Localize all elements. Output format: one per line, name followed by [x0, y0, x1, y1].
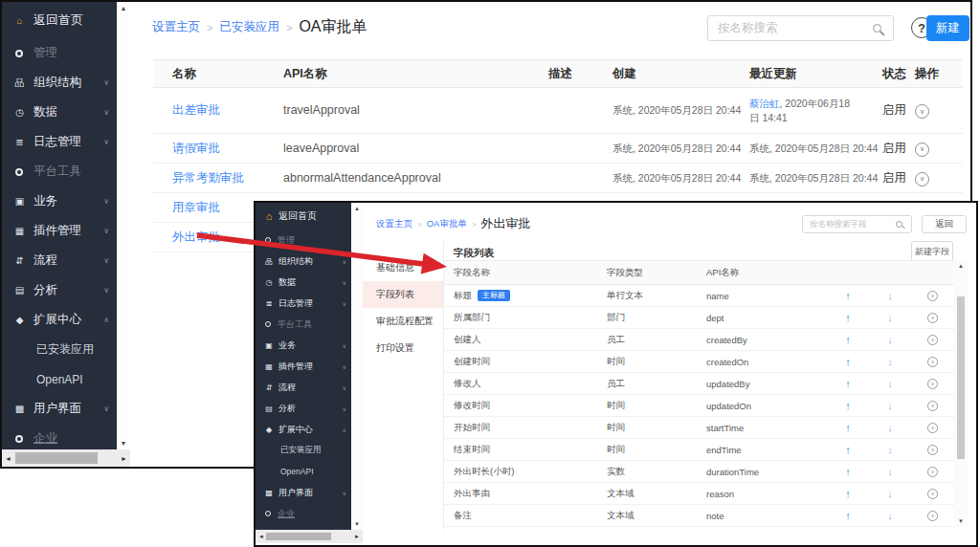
sidebar-item-org-structure[interactable]: 品组织结构∨ [256, 251, 351, 272]
row-actions-icon[interactable]: ∨ [927, 423, 938, 433]
move-down-icon[interactable]: ↓ [887, 510, 893, 521]
move-down-icon[interactable]: ↓ [887, 400, 893, 411]
approval-name-link[interactable]: 请假审批 [172, 142, 220, 155]
sidebar-item-business[interactable]: ▣业务∨ [256, 335, 351, 356]
scrollbar-thumb[interactable] [15, 452, 98, 464]
row-actions-icon[interactable]: ∨ [927, 291, 938, 301]
scrollbar-thumb[interactable] [957, 296, 965, 459]
row-actions-icon[interactable]: ∨ [927, 489, 938, 499]
grid-icon: ▦ [13, 226, 26, 236]
sidebar-item-process[interactable]: ⇵流程∨ [256, 377, 351, 398]
sidebar-item-log-management[interactable]: ≣日志管理∨ [2, 127, 117, 157]
sidebar-item-user-interface[interactable]: ▩用户界面∨ [2, 394, 117, 424]
updater-link[interactable]: 蔡治虹 [749, 98, 780, 109]
approval-name-link[interactable]: 出差审批 [172, 103, 220, 117]
scroll-up-icon[interactable]: ▲ [351, 206, 363, 211]
row-actions-icon[interactable]: ∨ [915, 142, 929, 157]
approval-name-link[interactable]: 外出审批 [172, 230, 220, 244]
sidebar-item-plugin-management[interactable]: ▦插件管理∨ [2, 216, 117, 246]
field-row: 创建人员工createdBy↑↓∨ [444, 329, 954, 351]
scroll-down-icon[interactable]: ▼ [954, 518, 968, 524]
sidebar-item-extension-center[interactable]: ◆扩展中心∧ [256, 419, 351, 440]
sidebar-item-home[interactable]: ⌂返回首页 [2, 2, 117, 38]
move-up-icon[interactable]: ↑ [845, 290, 851, 301]
detail-nav-item[interactable]: 字段列表 [363, 281, 443, 308]
detail-sidebar-vertical-scrollbar[interactable]: ▲ ▼ [351, 203, 363, 530]
breadcrumb-link[interactable]: OA审批单 [427, 218, 467, 230]
move-up-icon[interactable]: ↑ [845, 488, 851, 499]
approval-name-link[interactable]: 用章审批 [172, 201, 220, 214]
move-up-icon[interactable]: ↑ [845, 312, 851, 323]
row-actions-icon[interactable]: ∨ [927, 313, 938, 323]
sidebar-item-user-interface[interactable]: ▩用户界面∨ [256, 482, 351, 503]
move-up-icon[interactable]: ↑ [845, 356, 851, 367]
scroll-right-icon[interactable]: ► [354, 530, 360, 543]
breadcrumb-link[interactable]: 设置主页 [152, 19, 200, 35]
row-actions-icon[interactable]: ∨ [915, 104, 929, 119]
sidebar-item-business[interactable]: ▣业务∨ [2, 186, 117, 216]
detail-nav-item[interactable]: 打印设置 [363, 335, 443, 361]
move-up-icon[interactable]: ↑ [845, 378, 851, 389]
back-button[interactable]: 返回 [922, 215, 967, 233]
row-actions-icon[interactable]: ∨ [927, 357, 938, 367]
row-actions-icon[interactable]: ∨ [927, 511, 938, 521]
sidebar-item-analysis[interactable]: ▤分析∨ [2, 275, 117, 305]
new-button[interactable]: 新建 [926, 15, 969, 41]
new-field-button[interactable]: 新建字段 [911, 241, 953, 262]
scroll-down-icon[interactable]: ▼ [351, 521, 363, 527]
scroll-right-icon[interactable]: ► [121, 449, 127, 467]
sidebar-item-installed-apps[interactable]: 已安装应用 [256, 440, 351, 461]
sidebar-item-plugin-management[interactable]: ▦插件管理∨ [256, 356, 351, 377]
detail-sidebar-horizontal-scrollbar[interactable]: ◄ ► [256, 530, 363, 543]
search-input[interactable]: 按名称搜索 [707, 15, 894, 41]
move-down-icon[interactable]: ↓ [887, 312, 893, 323]
row-actions-icon[interactable]: ∨ [927, 445, 938, 455]
move-down-icon[interactable]: ↓ [887, 444, 893, 455]
move-down-icon[interactable]: ↓ [887, 334, 893, 345]
move-up-icon[interactable]: ↑ [845, 422, 851, 433]
approval-name-link[interactable]: 异常考勤审批 [172, 171, 244, 185]
row-actions-icon[interactable]: ∨ [927, 401, 938, 411]
sidebar-item-installed-apps[interactable]: 已安装应用 [2, 335, 117, 364]
detail-nav-item[interactable]: 基础信息 [363, 254, 443, 281]
scroll-left-icon[interactable]: ◄ [5, 449, 11, 467]
sidebar-item-openapi[interactable]: OpenAPI [2, 364, 117, 394]
move-down-icon[interactable]: ↓ [887, 422, 893, 433]
sidebar-item-log-management[interactable]: ≣日志管理∨ [256, 293, 351, 314]
scroll-up-icon[interactable]: ▲ [954, 263, 968, 269]
sidebar-item-home[interactable]: ⌂返回首页 [256, 203, 351, 230]
row-actions-icon[interactable]: ∨ [927, 335, 938, 345]
scroll-left-icon[interactable]: ◄ [258, 530, 264, 543]
move-down-icon[interactable]: ↓ [887, 488, 893, 499]
move-down-icon[interactable]: ↓ [887, 356, 893, 367]
sidebar-item-extension-center[interactable]: ◆扩展中心∧ [2, 305, 117, 335]
field-table-scrollbar[interactable]: ▲ ▼ [954, 260, 968, 527]
move-up-icon[interactable]: ↑ [845, 334, 851, 345]
sidebar-item-process[interactable]: ⇵流程∨ [2, 246, 117, 275]
move-up-icon[interactable]: ↑ [845, 400, 851, 411]
sidebar-item-data[interactable]: ◷数据∨ [256, 272, 351, 293]
row-actions-icon[interactable]: ∨ [915, 172, 929, 186]
sidebar-item-data[interactable]: ◷数据∨ [2, 98, 117, 127]
move-down-icon[interactable]: ↓ [887, 466, 893, 477]
main-sidebar-vertical-scrollbar[interactable]: ▲ ▼ [117, 2, 130, 449]
row-actions-icon[interactable]: ∨ [927, 467, 938, 477]
sidebar-item-openapi[interactable]: OpenAPI [256, 461, 351, 482]
sidebar-item-org-structure[interactable]: 品组织结构∨ [2, 68, 117, 98]
move-up-icon[interactable]: ↑ [845, 510, 851, 521]
move-up-icon[interactable]: ↑ [845, 466, 851, 477]
breadcrumb-link[interactable]: 已安装应用 [219, 19, 279, 35]
scroll-up-icon[interactable]: ▲ [117, 5, 130, 11]
scrollbar-thumb[interactable] [266, 533, 331, 540]
scroll-down-icon[interactable]: ▼ [117, 440, 130, 447]
breadcrumb-link[interactable]: 设置主页 [376, 218, 412, 230]
move-down-icon[interactable]: ↓ [887, 378, 893, 389]
row-actions-icon[interactable]: ∨ [927, 379, 938, 389]
main-sidebar-horizontal-scrollbar[interactable]: ◄ ► [2, 449, 130, 467]
sidebar-item-analysis[interactable]: ▤分析∨ [256, 398, 351, 419]
move-down-icon[interactable]: ↓ [887, 290, 893, 301]
detail-nav-item[interactable]: 审批流程配置 [363, 308, 443, 335]
field-row: 备注文本域note↑↓∨ [444, 505, 954, 527]
field-search-input[interactable]: 按名称搜索字段 [802, 215, 912, 233]
move-up-icon[interactable]: ↑ [845, 444, 851, 455]
